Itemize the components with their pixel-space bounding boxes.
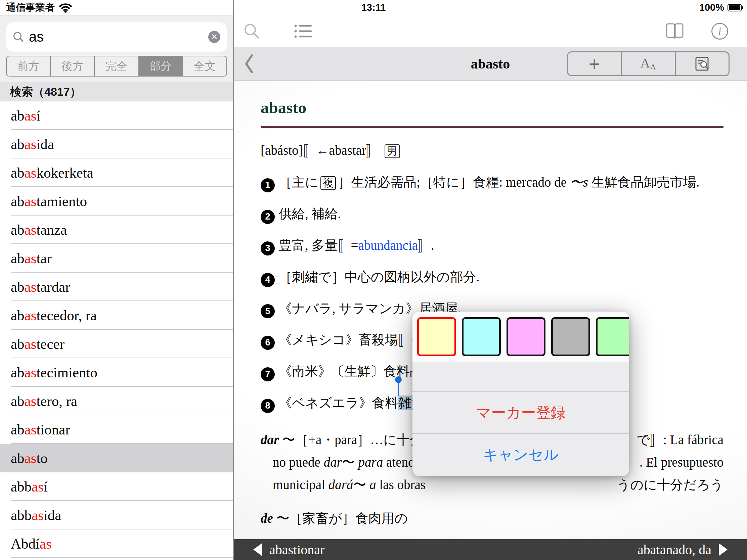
marker-color-swatches <box>412 312 629 362</box>
search-mode-部分[interactable]: 部分 <box>138 56 182 76</box>
result-word-pre: ab <box>11 250 25 267</box>
result-item[interactable]: abastardar <box>0 273 233 301</box>
result-word-match: as <box>25 450 36 466</box>
result-word-post: tamiento <box>36 193 87 210</box>
bookmarks-book-icon[interactable] <box>665 23 685 40</box>
marker-color-swatch[interactable] <box>417 317 456 356</box>
usage-left-fragment: municipal dará〜 a las obras <box>273 477 426 493</box>
definition-item: 4［刺繡で］中心の図柄以外の部分. <box>261 269 723 287</box>
grammar-box: 複 <box>320 176 336 190</box>
result-item[interactable]: abbasí <box>0 472 233 501</box>
definition-number: 3 <box>261 241 275 256</box>
result-item[interactable]: abastionar <box>0 415 233 444</box>
add-bookmark-button[interactable]: + <box>568 52 621 75</box>
result-word-post: tardar <box>36 279 70 295</box>
wifi-icon <box>59 2 72 13</box>
text-segment: 〛. <box>418 238 434 252</box>
result-item[interactable]: abastecer <box>0 330 233 358</box>
entry-pager-bar: abastionar abatanado, da <box>234 539 747 560</box>
text-segment: 《ベネズエラ》食料 <box>279 396 398 410</box>
result-item[interactable]: abastecedor, ra <box>0 301 233 330</box>
result-item[interactable]: abasida <box>0 130 233 158</box>
entry-toolbar-group: + AA <box>567 51 729 76</box>
result-item[interactable]: abastar <box>0 244 233 273</box>
search-panel: as ✕ 前方後方完全部分全文 検索（4817） abasíabasidaaba… <box>0 15 233 560</box>
marker-color-swatch[interactable] <box>462 317 501 356</box>
search-in-entry-button[interactable] <box>675 52 728 75</box>
back-chevron-button[interactable] <box>244 54 254 74</box>
search-mode-segmented-control: 前方後方完全部分全文 <box>6 56 227 77</box>
definition-number: 8 <box>261 399 275 413</box>
result-word-post: to <box>36 450 47 466</box>
info-icon[interactable]: i <box>712 23 728 39</box>
result-word-match: as <box>25 393 36 409</box>
text-segment: 〜［+a・para］…に十分 <box>279 432 423 447</box>
text-segment: dará <box>329 477 353 492</box>
definition-number: 5 <box>261 304 275 318</box>
result-word-pre: ab <box>11 221 25 238</box>
result-item[interactable]: abbasida <box>0 501 233 529</box>
search-area: as ✕ 前方後方完全部分全文 <box>0 15 233 82</box>
result-word-pre: ab <box>11 279 25 295</box>
entry-title: abasto <box>471 56 510 72</box>
next-entry-label: abatanado, da <box>638 542 712 558</box>
result-item[interactable]: abasí <box>0 101 233 130</box>
search-mode-前方[interactable]: 前方 <box>7 56 50 76</box>
marker-popup: マーカー登録キャンセル <box>412 312 629 476</box>
result-item[interactable]: abastero, ra <box>0 387 233 415</box>
result-word-pre: ab <box>11 136 25 153</box>
result-word-match: as <box>25 336 36 352</box>
result-item[interactable]: abaskokerketa <box>0 158 233 187</box>
index-list-icon[interactable] <box>294 24 312 38</box>
selection-handle-start[interactable] <box>398 382 399 396</box>
marker-color-swatch[interactable] <box>596 317 629 356</box>
result-item[interactable]: abastanza <box>0 216 233 244</box>
result-word-match: as <box>40 535 52 552</box>
result-word-pre: Abdí <box>11 535 40 552</box>
usage-left-fragment: dar 〜［+a・para］…に十分 <box>261 432 423 448</box>
result-word-match: as <box>25 307 36 324</box>
definition-number: 2 <box>261 210 275 224</box>
search-mode-完全[interactable]: 完全 <box>94 56 138 76</box>
result-word-post: ida <box>44 507 61 524</box>
prev-entry-button[interactable]: abastionar <box>253 542 325 558</box>
result-item[interactable]: abastecimiento <box>0 358 233 387</box>
result-item[interactable]: abastamiento <box>0 187 233 216</box>
result-word-post: tionar <box>36 421 70 438</box>
prev-entry-label: abastionar <box>269 542 325 558</box>
text-segment: municipal <box>273 477 329 492</box>
font-size-button[interactable]: AA <box>621 52 674 75</box>
next-entry-button[interactable]: abatanado, da <box>638 542 727 558</box>
result-word-match: as <box>25 107 36 124</box>
clear-search-button[interactable]: ✕ <box>208 31 220 43</box>
de-usage-line: de 〜［家畜が］食肉用の <box>261 510 723 527</box>
results-count-header: 検索（4817） <box>0 82 233 101</box>
result-item[interactable]: Abdías <box>0 529 233 558</box>
battery-percent: 100% <box>699 2 724 13</box>
definition-item: 3豊富, 多量〚=abundancia〛. <box>261 237 723 256</box>
marker-color-swatch[interactable] <box>507 317 545 356</box>
text-segment: dar <box>261 432 279 447</box>
status-bar: 通信事業者 13:11 100% <box>0 0 747 15</box>
result-word-match: as <box>25 421 36 438</box>
cross-reference-link[interactable]: abundancia <box>358 238 418 252</box>
text-segment: no puede <box>273 455 324 469</box>
battery-icon <box>727 4 742 11</box>
result-word-pre: ab <box>11 421 25 438</box>
definition-item: 2供給, 補給. <box>261 206 723 224</box>
result-item[interactable]: abasto <box>0 444 233 472</box>
marker-color-swatch[interactable] <box>551 317 590 356</box>
usage-right-fragment: で〛: La fábrica <box>637 432 723 448</box>
result-word-pre: ab <box>11 393 25 409</box>
text-segment: ］生活必需品;［特に］食糧: mercado de <box>338 175 570 189</box>
result-word-pre: ab <box>11 193 25 210</box>
register-marker-button[interactable]: マーカー登録 <box>412 392 629 433</box>
search-input[interactable]: as ✕ <box>6 22 227 52</box>
search-mode-全文[interactable]: 全文 <box>182 56 226 76</box>
results-list[interactable]: abasíabasidaabaskokerketaabastamientoaba… <box>0 101 233 558</box>
result-word-match: as <box>25 164 36 181</box>
result-word-post: í <box>44 478 48 495</box>
search-icon[interactable] <box>243 23 261 40</box>
cancel-button[interactable]: キャンセル <box>412 433 629 475</box>
search-mode-後方[interactable]: 後方 <box>50 56 94 76</box>
